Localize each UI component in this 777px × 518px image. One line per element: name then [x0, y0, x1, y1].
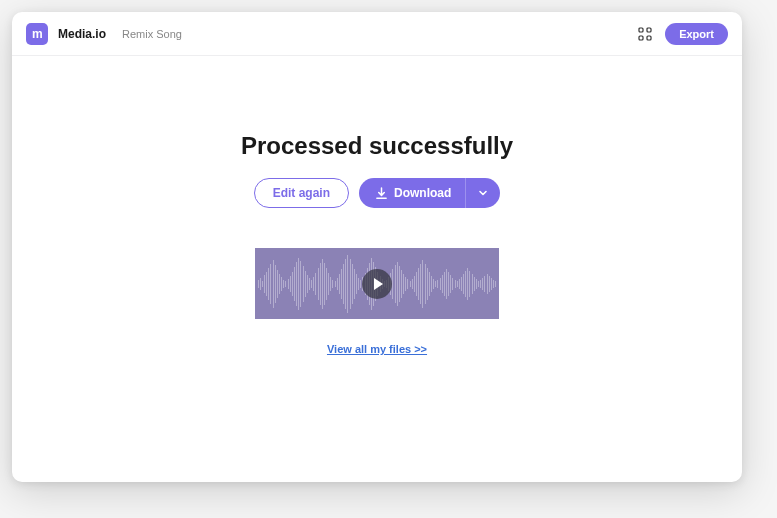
app-window: m Media.io Remix Song Export Processed s…: [12, 12, 742, 482]
main-content: Processed successfully Edit again Downlo…: [12, 56, 742, 482]
audio-preview: [255, 248, 499, 319]
brand-name: Media.io: [58, 27, 106, 41]
view-all-files-link[interactable]: View all my files >>: [327, 343, 427, 355]
header-right: Export: [637, 23, 728, 45]
view-files-label: View all my files >>: [327, 343, 427, 355]
svg-rect-2: [639, 36, 643, 40]
svg-rect-0: [639, 28, 643, 32]
action-buttons: Edit again Download: [254, 178, 501, 208]
svg-rect-3: [647, 36, 651, 40]
play-icon: [374, 278, 383, 290]
download-icon: [375, 187, 388, 200]
page-name: Remix Song: [122, 28, 182, 40]
edit-again-button[interactable]: Edit again: [254, 178, 349, 208]
chevron-down-icon: [478, 188, 488, 198]
header: m Media.io Remix Song Export: [12, 12, 742, 56]
logo[interactable]: m: [26, 23, 48, 45]
svg-rect-1: [647, 28, 651, 32]
edit-label: Edit again: [273, 186, 330, 200]
logo-text: m: [32, 27, 42, 41]
export-button[interactable]: Export: [665, 23, 728, 45]
play-button[interactable]: [362, 269, 392, 299]
export-label: Export: [679, 28, 714, 40]
header-left: m Media.io Remix Song: [26, 23, 182, 45]
page-title: Processed successfully: [241, 132, 513, 160]
download-button-group: Download: [359, 178, 500, 208]
download-button[interactable]: Download: [359, 178, 465, 208]
download-options-button[interactable]: [465, 178, 500, 208]
download-label: Download: [394, 186, 451, 200]
apps-grid-icon[interactable]: [637, 26, 653, 42]
